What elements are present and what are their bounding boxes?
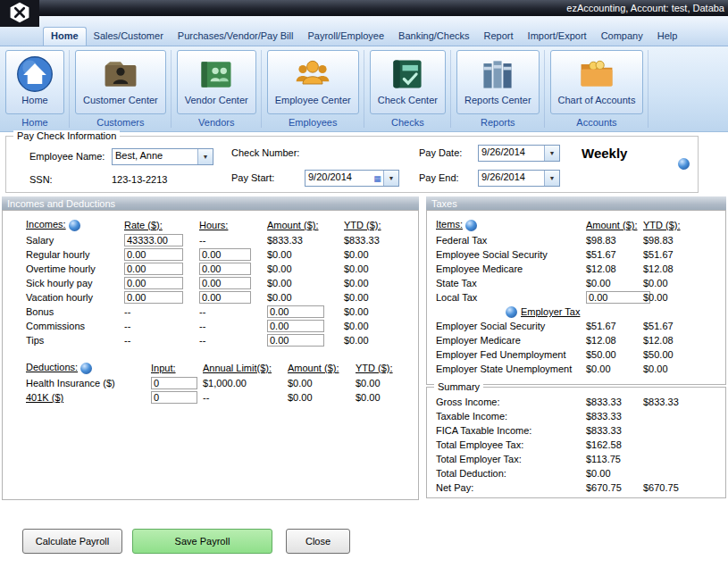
amount-input[interactable] [267,305,324,318]
tab-purchases-vendor-pay-bill[interactable]: Purchases/Vendor/Pay Bill [171,28,301,46]
income-row-sick-hourly: Sick hourly pay $0.00 $0.00 [3,276,418,290]
ytd-value: $833.33 [344,235,418,246]
tab-payroll-employee[interactable]: Payroll/Employee [300,28,391,46]
check-number-input[interactable] [308,146,397,162]
rate-input[interactable] [124,291,183,304]
rate-input[interactable] [124,248,183,261]
summary-row-total-deduction: Total Deduction: $0.00 [427,466,725,480]
tab-help[interactable]: Help [650,28,685,46]
income-label: Commissions [26,321,124,331]
ytd-value: $0.00 [643,363,727,374]
help-globe-icon[interactable] [465,220,477,231]
help-globe-icon[interactable] [80,363,92,374]
tax-label: Employer Medicare [436,335,586,346]
pay-date-value: 9/26/2014 [479,146,544,161]
pay-start-datepicker[interactable]: 9/20/2014 ▦ ▼ [305,170,399,187]
deduction-row-health-insurance: Health Insurance ($) $1,000.00 $0.00 $0.… [3,376,418,390]
ytd-value: $0.00 [643,278,727,288]
chevron-down-icon[interactable]: ▼ [383,171,398,186]
employee-name-select[interactable]: Best, Anne ▼ [112,148,213,165]
tax-label: Employer Fed Unemployment [436,349,586,360]
input-column-header: Input: [151,363,203,373]
employee-center-button[interactable]: Employee Center [267,50,359,114]
amount-input[interactable] [267,320,324,332]
deduction-input[interactable] [151,391,197,404]
hours-value: -- [199,335,267,346]
amount-input[interactable] [267,334,324,347]
home-button[interactable]: Home [5,50,64,114]
title-bar: ezAccounting, Account: test, Databa [0,0,728,16]
amount-value: $0.00 [586,468,643,479]
annual-limit-column-header: Annual Limit($): [203,363,288,373]
rate-column-header: Rate ($): [124,220,199,230]
hours-input[interactable] [199,291,251,304]
pay-date-select[interactable]: 9/26/2014 ▼ [478,145,560,162]
reports-center-button[interactable]: Reports Center [456,50,540,114]
check-center-button[interactable]: Check Center [370,50,446,114]
hours-input[interactable] [199,248,251,261]
summary-row-net-pay: Net Pay: $670.75 $670.75 [427,480,725,495]
app-logo[interactable] [0,0,39,27]
chevron-down-icon[interactable]: ▼ [544,146,559,161]
tab-home[interactable]: Home [43,27,87,46]
tab-import-export[interactable]: Import/Export [521,28,594,46]
employer-tax-subheader: Employer Tax [427,305,725,319]
tab-sales-customer[interactable]: Sales/Customer [87,28,171,46]
calculate-payroll-button[interactable]: Calculate Payroll [22,529,122,554]
help-globe-icon[interactable] [678,158,690,170]
deduction-input[interactable] [151,377,197,389]
rate-input[interactable] [124,277,183,289]
ytd-column-header: YTD ($): [356,363,427,373]
ytd-value: $0.00 [344,249,418,260]
deduction-401k-link[interactable]: 401K ($) [26,392,151,403]
toolbar-group-label: Checks [391,117,424,128]
tax-label: Employee Medicare [436,263,586,274]
ytd-value: $0.00 [344,263,418,274]
tax-row-employee-social-security: Employee Social Security $51.67 $51.67 [427,247,725,262]
rate-value: -- [124,321,199,331]
tab-company[interactable]: Company [594,28,650,46]
help-globe-icon[interactable] [506,306,517,318]
ssn-value: 123-13-2213 [112,174,167,185]
rate-input[interactable] [124,263,183,275]
help-globe-icon[interactable] [69,220,80,231]
amount-value: $12.08 [586,263,643,274]
summary-label: Total Deduction: [436,468,586,479]
toolbar-group-label: Vendors [198,117,234,128]
close-button[interactable]: Close [286,529,350,554]
window-title: ezAccounting, Account: test, Databa [566,3,724,13]
chevron-down-icon[interactable]: ▼ [197,149,213,164]
amount-value: $833.33 [586,411,643,422]
toolbar-group-reports: Reports Center Reports [456,50,545,128]
employer-tax-title: Employer Tax [521,306,580,317]
hours-input[interactable] [199,277,251,289]
accounts-folder-icon [575,54,618,95]
tab-banking-checks[interactable]: Banking/Checks [391,28,477,46]
hours-column-header: Hours: [199,220,267,230]
tab-report[interactable]: Report [477,28,521,46]
hours-input[interactable] [199,263,251,275]
pay-start-label: Pay Start: [231,172,274,183]
tax-label: Federal Tax [436,235,586,246]
local-tax-input[interactable] [586,291,650,304]
customer-center-button[interactable]: Customer Center [75,50,166,114]
amount-value: $833.33 [586,425,643,436]
vendor-center-button[interactable]: Vendor Center [177,50,256,114]
check-number-label: Check Number: [231,147,299,158]
pay-end-select[interactable]: 9/26/2014 ▼ [478,170,560,187]
save-payroll-button[interactable]: Save Payroll [132,529,272,554]
chevron-down-icon[interactable]: ▼ [544,171,559,186]
toolbar-group-employees: Employee Center Employees [267,50,364,128]
ytd-value: $0.00 [643,292,727,303]
amount-value: $0.00 [267,278,344,288]
toolbar-group-label: Customers [96,117,144,128]
income-label: Overtime hourly [26,263,124,274]
toolbar-button-label: Home [21,95,47,105]
chart-of-accounts-button[interactable]: Chart of Accounts [550,50,644,114]
vendor-book-icon [195,54,238,95]
tab-bar: Home Sales/Customer Purchases/Vendor/Pay… [0,16,728,46]
toolbar-button-label: Vendor Center [185,95,248,105]
rate-input[interactable] [124,234,183,246]
amount-column-header: Amount ($): [586,220,643,230]
tax-label: State Tax [436,278,586,288]
